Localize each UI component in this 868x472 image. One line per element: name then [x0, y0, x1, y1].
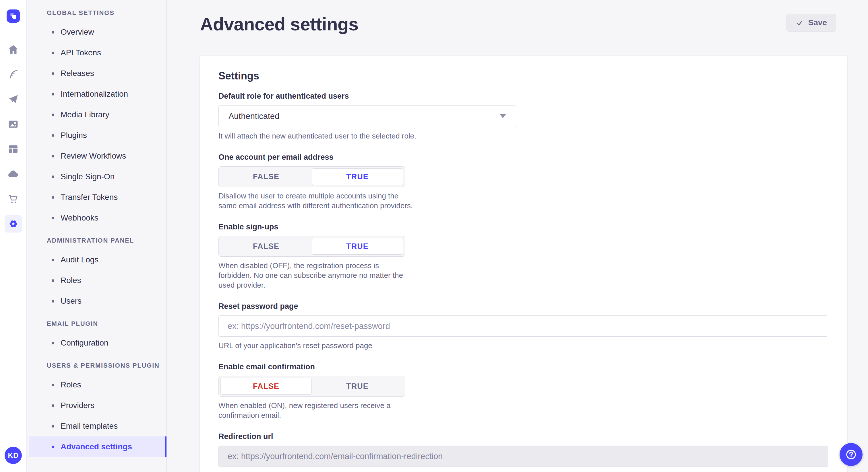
image-icon [7, 119, 19, 130]
sidebar-item-admin-roles[interactable]: Roles [29, 270, 166, 291]
chevron-down-icon [500, 114, 506, 118]
field-email-confirmation: Enable email confirmation FALSE TRUE Whe… [218, 363, 829, 420]
rail-user-area: KD [0, 439, 26, 472]
settings-card: Settings Default role for authenticated … [200, 56, 847, 472]
field-hint: When disabled (OFF), the registration pr… [218, 261, 414, 290]
subnav-section-users-permissions-plugin: USERS & PERMISSIONS PLUGIN Roles Provide… [27, 357, 166, 457]
nav-marketplace[interactable] [0, 187, 26, 211]
field-hint: When enabled (ON), new registered users … [218, 401, 414, 420]
toggle-false-button[interactable]: FALSE [220, 378, 312, 395]
sidebar-item-up-providers[interactable]: Providers [29, 395, 166, 416]
field-redirection-url: Redirection url [218, 432, 829, 467]
subnav-section-administration-panel: ADMINISTRATION PANEL Audit Logs Roles Us… [27, 232, 166, 311]
main-content: Advanced settings Save Settings Default … [167, 0, 868, 472]
field-label: One account per email address [218, 153, 829, 162]
card-heading: Settings [218, 70, 829, 82]
field-hint: Disallow the user to create multiple acc… [218, 191, 414, 210]
toggle-true-button[interactable]: TRUE [312, 238, 403, 255]
settings-subnav: GLOBAL SETTINGS Overview API Tokens Rele… [27, 0, 167, 472]
nav-cloud[interactable] [0, 162, 26, 187]
avatar[interactable]: KD [5, 447, 22, 464]
section-label: USERS & PERMISSIONS PLUGIN [27, 357, 166, 374]
redirection-url-input[interactable] [218, 446, 828, 467]
sidebar-item-media-library[interactable]: Media Library [29, 104, 166, 125]
toggle-false-button[interactable]: FALSE [220, 238, 312, 255]
sidebar-item-transfer-tokens[interactable]: Transfer Tokens [29, 187, 166, 208]
page-title: Advanced settings [200, 12, 359, 36]
field-label: Reset password page [218, 302, 829, 311]
sidebar-item-overview[interactable]: Overview [29, 22, 166, 42]
toggle-true-button[interactable]: TRUE [312, 168, 403, 185]
section-label: GLOBAL SETTINGS [27, 4, 166, 22]
nav-home[interactable] [0, 37, 26, 62]
reset-password-input[interactable] [218, 315, 828, 337]
field-hint: It will attach the new authenticated use… [218, 131, 829, 141]
sidebar-item-audit-logs[interactable]: Audit Logs [29, 249, 166, 270]
main-nav-rail: KD [0, 0, 27, 472]
nav-media-library[interactable] [0, 111, 26, 136]
field-hint: URL of your application's reset password… [218, 341, 829, 350]
sidebar-item-admin-users[interactable]: Users [29, 291, 166, 311]
sidebar-item-review-workflows[interactable]: Review Workflows [29, 146, 166, 166]
toggle-false-button[interactable]: FALSE [220, 168, 312, 185]
page-header: Advanced settings Save [167, 0, 868, 36]
layout-icon [7, 143, 19, 155]
strapi-logo[interactable] [7, 9, 20, 23]
check-icon [796, 19, 803, 27]
sidebar-item-plugins[interactable]: Plugins [29, 125, 166, 146]
home-icon [7, 43, 19, 55]
default-role-select[interactable]: Authenticated [218, 105, 516, 127]
paper-plane-icon [7, 94, 19, 105]
sidebar-item-advanced-settings[interactable]: Advanced settings [29, 436, 166, 457]
save-button[interactable]: Save [786, 14, 836, 32]
sidebar-item-email-templates[interactable]: Email templates [29, 416, 166, 436]
nav-deploy[interactable] [0, 87, 26, 111]
feather-icon [7, 69, 19, 80]
sidebar-item-single-sign-on[interactable]: Single Sign-On [29, 166, 166, 187]
subnav-section-email-plugin: EMAIL PLUGIN Configuration [27, 315, 166, 353]
field-label: Enable sign-ups [218, 223, 829, 231]
field-enable-signups: Enable sign-ups FALSE TRUE When disabled… [218, 223, 829, 290]
field-default-role: Default role for authenticated users Aut… [218, 92, 829, 141]
enable-signups-toggle: FALSE TRUE [218, 236, 405, 257]
section-label: ADMINISTRATION PANEL [27, 232, 166, 249]
subnav-section-global-settings: GLOBAL SETTINGS Overview API Tokens Rele… [27, 4, 166, 228]
field-one-account: One account per email address FALSE TRUE… [218, 153, 829, 210]
rail-logo-area [0, 0, 26, 32]
sidebar-item-releases[interactable]: Releases [29, 63, 166, 84]
toggle-true-button[interactable]: TRUE [312, 378, 403, 395]
cloud-icon [7, 168, 19, 180]
sidebar-item-internationalization[interactable]: Internationalization [29, 84, 166, 104]
select-value: Authenticated [228, 111, 279, 121]
help-button[interactable] [840, 443, 863, 466]
save-button-label: Save [808, 18, 827, 27]
nav-content-manager[interactable] [0, 136, 26, 162]
sidebar-item-email-configuration[interactable]: Configuration [29, 333, 166, 353]
field-reset-password: Reset password page URL of your applicat… [218, 302, 829, 350]
one-account-toggle: FALSE TRUE [218, 166, 405, 187]
shopping-cart-icon [7, 193, 19, 205]
nav-settings[interactable] [0, 211, 26, 236]
help-icon [845, 448, 857, 461]
sidebar-item-webhooks[interactable]: Webhooks [29, 208, 166, 228]
field-label: Enable email confirmation [218, 363, 829, 371]
sidebar-item-api-tokens[interactable]: API Tokens [29, 42, 166, 63]
gear-icon [5, 215, 22, 233]
email-confirmation-toggle: FALSE TRUE [218, 376, 405, 397]
field-label: Default role for authenticated users [218, 92, 829, 101]
field-label: Redirection url [218, 432, 829, 441]
nav-content-type-builder[interactable] [0, 62, 26, 87]
sidebar-item-up-roles[interactable]: Roles [29, 374, 166, 395]
section-label: EMAIL PLUGIN [27, 315, 166, 333]
